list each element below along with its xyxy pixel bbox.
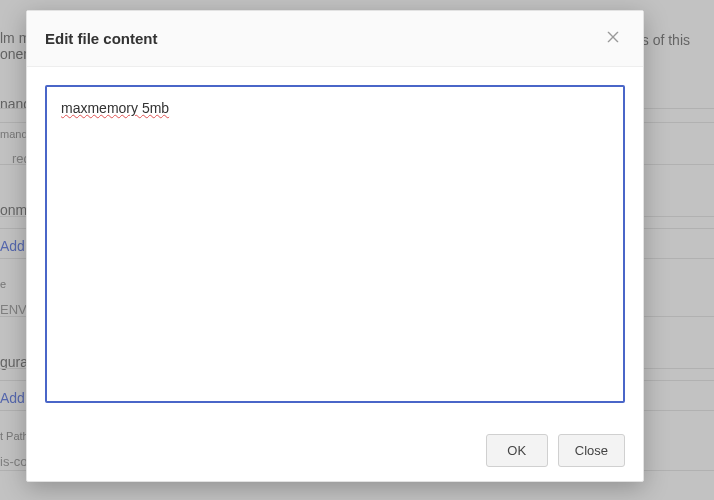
modal-body [27,67,643,424]
edit-file-modal: Edit file content OK Close [26,10,644,482]
modal-title: Edit file content [45,30,158,47]
modal-footer: OK Close [27,424,643,481]
file-content-editor[interactable] [45,85,625,403]
close-button[interactable]: Close [558,434,625,467]
close-icon [605,29,621,48]
ok-button[interactable]: OK [486,434,548,467]
close-button-x[interactable] [601,25,625,52]
modal-header: Edit file content [27,11,643,67]
